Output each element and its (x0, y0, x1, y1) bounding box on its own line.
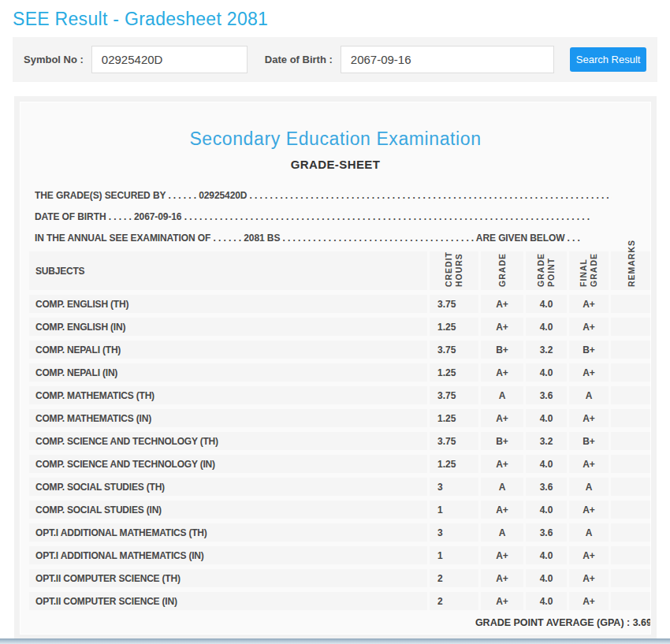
subject-cell: COMP. ENGLISH (TH) (29, 295, 427, 313)
credit-hours-cell: 3.75 (427, 432, 478, 450)
credit-hours-cell: 3.75 (427, 341, 478, 359)
horizontal-scrollbar[interactable] (0, 638, 670, 644)
date-of-birth-input[interactable] (341, 46, 554, 73)
date-of-birth-label: Date of Birth : (265, 54, 333, 65)
grade-cell: A+ (478, 318, 523, 336)
table-header-row: SUBJECTS CREDIT HOURS GRADE GRADE POINT … (29, 251, 651, 290)
grade-cell: A (478, 478, 523, 496)
grade-point-cell: 3.2 (523, 341, 567, 359)
grade-point-cell: 4.0 (523, 295, 567, 313)
remarks-cell (609, 569, 651, 587)
gradesheet-card: Secondary Education Examination GRADE-SH… (20, 102, 651, 635)
grade-point-cell: 3.6 (523, 386, 567, 404)
remarks-cell (609, 318, 651, 336)
subject-cell: COMP. MATHEMATICS (IN) (29, 409, 427, 427)
grade-cell: A+ (478, 363, 523, 382)
subject-cell: COMP. SCIENCE AND TECHNOLOGY (TH) (29, 432, 427, 450)
search-result-button[interactable]: Search Result (570, 47, 646, 72)
grade-cell: A+ (478, 546, 523, 564)
final-grade-cell: A+ (567, 501, 609, 519)
final-grade-cell: A+ (567, 363, 609, 382)
exam-heading: Secondary Education Examination (25, 128, 646, 150)
subject-cell: COMP. SCIENCE AND TECHNOLOGY (IN) (29, 455, 427, 473)
subject-cell: COMP. SOCIAL STUDIES (IN) (29, 501, 427, 519)
table-row: COMP. SOCIAL STUDIES (TH) 3 A 3.6 A (29, 478, 651, 496)
table-row: COMP. SOCIAL STUDIES (IN) 1 A+ 4.0 A+ (29, 501, 651, 519)
grade-cell: B+ (478, 341, 523, 359)
subject-cell: COMP. NEPALI (TH) (29, 341, 427, 359)
grade-point-cell: 4.0 (523, 455, 567, 473)
subject-cell: COMP. NEPALI (IN) (29, 363, 427, 382)
table-row: COMP. MATHEMATICS (IN) 1.25 A+ 4.0 A+ (29, 409, 651, 427)
table-row: COMP. MATHEMATICS (TH) 3.75 A 3.6 A (29, 386, 651, 404)
final-grade-cell: A+ (567, 455, 609, 473)
grade-cell: A (478, 386, 523, 404)
search-form: Symbol No : Date of Birth : Search Resul… (13, 37, 657, 82)
grade-point-cell: 4.0 (523, 363, 567, 382)
table-row: COMP. SCIENCE AND TECHNOLOGY (IN) 1.25 A… (29, 455, 651, 473)
final-grade-cell: A+ (567, 569, 609, 587)
secured-by-line: THE GRADE(S) SECURED BY . . . . . . 0292… (35, 185, 612, 207)
credit-hours-cell: 1 (427, 501, 478, 519)
gradesheet-subheading: GRADE-SHEET (25, 158, 646, 171)
grade-cell: A+ (478, 295, 523, 313)
subject-cell: COMP. SOCIAL STUDIES (TH) (29, 478, 427, 496)
final-grade-cell: A+ (567, 295, 609, 313)
grades-table: SUBJECTS CREDIT HOURS GRADE GRADE POINT … (29, 251, 651, 610)
column-header-credit-hours: CREDIT HOURS (427, 251, 478, 290)
symbol-no-input[interactable] (91, 46, 248, 73)
grade-point-cell: 4.0 (523, 318, 567, 336)
remarks-cell (609, 455, 651, 473)
table-row: COMP. NEPALI (IN) 1.25 A+ 4.0 A+ (29, 363, 651, 382)
table-row: OPT.II COMPUTER SCIENCE (TH) 2 A+ 4.0 A+ (29, 569, 651, 587)
subject-cell: OPT.I ADDITIONAL MATHEMATICS (TH) (29, 523, 427, 542)
credit-hours-cell: 1.25 (427, 409, 478, 427)
examination-of-line: IN THE ANNUAL SEE EXAMINATION OF . . . .… (35, 228, 612, 249)
gpa-total: GRADE POINT AVERAGE (GPA) : 3.69 (29, 617, 651, 628)
table-body: COMP. ENGLISH (TH) 3.75 A+ 4.0 A+ COMP. … (29, 295, 651, 610)
credit-hours-cell: 2 (427, 592, 478, 610)
final-grade-cell: A (567, 478, 609, 496)
symbol-no-label: Symbol No : (24, 54, 84, 65)
grade-point-cell: 4.0 (523, 501, 567, 519)
grade-point-cell: 4.0 (523, 569, 567, 587)
grade-point-cell: 3.2 (523, 432, 567, 450)
column-header-grade: GRADE (478, 251, 523, 290)
credit-hours-cell: 3.75 (427, 386, 478, 404)
table-row: COMP. SCIENCE AND TECHNOLOGY (TH) 3.75 B… (29, 432, 651, 450)
credit-hours-cell: 1.25 (427, 455, 478, 473)
result-container: Secondary Education Examination GRADE-SH… (14, 96, 657, 640)
remarks-cell (609, 592, 651, 610)
grade-cell: A+ (478, 409, 523, 427)
final-grade-cell: B+ (567, 432, 609, 450)
credit-hours-cell: 3 (427, 478, 478, 496)
subject-cell: COMP. MATHEMATICS (TH) (29, 386, 427, 404)
table-row: OPT.I ADDITIONAL MATHEMATICS (IN) 1 A+ 4… (29, 546, 651, 564)
column-header-final-grade: FINAL GRADE (567, 251, 609, 290)
remarks-cell (609, 409, 651, 427)
remarks-cell (609, 501, 651, 519)
table-row: COMP. NEPALI (TH) 3.75 B+ 3.2 B+ (29, 341, 651, 359)
final-grade-cell: A (567, 386, 609, 404)
grade-point-cell: 4.0 (523, 592, 567, 610)
remarks-cell (609, 432, 651, 450)
grade-point-cell: 4.0 (523, 409, 567, 427)
page-title: SEE Result - Gradesheet 2081 (13, 9, 670, 30)
remarks-cell (609, 478, 651, 496)
credit-hours-cell: 1.25 (427, 318, 478, 336)
subject-cell: OPT.I ADDITIONAL MATHEMATICS (IN) (29, 546, 427, 564)
final-grade-cell: A+ (567, 409, 609, 427)
subject-cell: OPT.II COMPUTER SCIENCE (TH) (29, 569, 427, 587)
subject-cell: COMP. ENGLISH (IN) (29, 318, 427, 336)
subject-cell: OPT.II COMPUTER SCIENCE (IN) (29, 592, 427, 610)
grade-cell: B+ (478, 432, 523, 450)
remarks-cell (609, 295, 651, 313)
final-grade-cell: A+ (567, 318, 609, 336)
grade-cell: A (478, 523, 523, 542)
table-row: OPT.I ADDITIONAL MATHEMATICS (TH) 3 A 3.… (29, 523, 651, 542)
credit-hours-cell: 3.75 (427, 295, 478, 313)
table-row: OPT.II COMPUTER SCIENCE (IN) 2 A+ 4.0 A+ (29, 592, 651, 610)
credit-hours-cell: 1.25 (427, 363, 478, 382)
grade-point-cell: 3.6 (523, 478, 567, 496)
grade-point-cell: 3.6 (523, 523, 567, 542)
